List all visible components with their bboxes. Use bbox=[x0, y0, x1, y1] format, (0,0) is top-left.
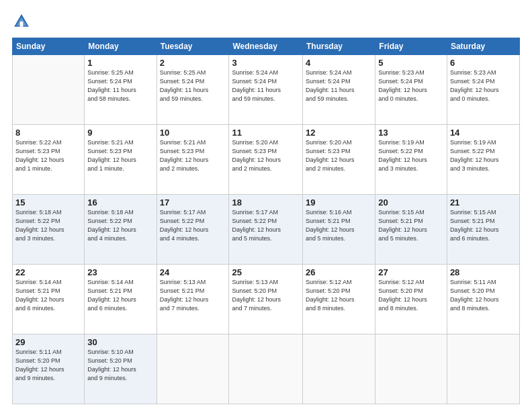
day-number: 11 bbox=[232, 128, 300, 138]
day-info: Sunrise: 5:24 AMSunset: 5:24 PMDaylight:… bbox=[232, 68, 300, 103]
day-number: 21 bbox=[450, 197, 517, 208]
day-info: Sunrise: 5:25 AMSunset: 5:24 PMDaylight:… bbox=[160, 68, 226, 103]
table-row: 1Sunrise: 5:25 AMSunset: 5:24 PMDaylight… bbox=[85, 55, 157, 125]
col-thursday: Thursday bbox=[303, 38, 375, 55]
day-info: Sunrise: 5:18 AMSunset: 5:22 PMDaylight:… bbox=[87, 208, 153, 243]
week-row-4: 22Sunrise: 5:14 AMSunset: 5:21 PMDayligh… bbox=[13, 265, 520, 334]
col-tuesday: Tuesday bbox=[157, 38, 229, 55]
table-row: 22Sunrise: 5:14 AMSunset: 5:21 PMDayligh… bbox=[13, 265, 85, 334]
table-row: 23Sunrise: 5:14 AMSunset: 5:21 PMDayligh… bbox=[85, 265, 157, 334]
day-number: 10 bbox=[160, 128, 226, 138]
table-row: 6Sunrise: 5:23 AMSunset: 5:24 PMDaylight… bbox=[447, 55, 519, 125]
table-row bbox=[375, 334, 447, 404]
day-number: 16 bbox=[87, 197, 153, 208]
col-saturday: Saturday bbox=[447, 38, 519, 55]
day-info: Sunrise: 5:11 AMSunset: 5:20 PMDaylight:… bbox=[15, 348, 81, 383]
table-row: 25Sunrise: 5:13 AMSunset: 5:20 PMDayligh… bbox=[229, 265, 303, 334]
table-row: 15Sunrise: 5:18 AMSunset: 5:22 PMDayligh… bbox=[13, 195, 85, 265]
table-row: 2Sunrise: 5:25 AMSunset: 5:24 PMDaylight… bbox=[157, 55, 229, 125]
header bbox=[12, 12, 520, 31]
day-number: 30 bbox=[87, 337, 153, 347]
calendar-table: Sunday Monday Tuesday Wednesday Thursday… bbox=[12, 38, 520, 404]
day-number: 3 bbox=[232, 58, 300, 68]
week-row-5: 29Sunrise: 5:11 AMSunset: 5:20 PMDayligh… bbox=[13, 334, 520, 404]
day-info: Sunrise: 5:24 AMSunset: 5:24 PMDaylight:… bbox=[306, 68, 372, 103]
day-number: 12 bbox=[306, 128, 372, 138]
day-info: Sunrise: 5:11 AMSunset: 5:20 PMDaylight:… bbox=[450, 278, 517, 313]
table-row: 27Sunrise: 5:12 AMSunset: 5:20 PMDayligh… bbox=[375, 265, 447, 334]
day-number: 8 bbox=[15, 128, 81, 138]
day-number: 14 bbox=[450, 128, 517, 138]
col-monday: Monday bbox=[85, 38, 157, 55]
day-number: 19 bbox=[306, 197, 372, 208]
table-row: 8Sunrise: 5:22 AMSunset: 5:23 PMDaylight… bbox=[13, 125, 85, 195]
logo bbox=[12, 12, 34, 31]
col-sunday: Sunday bbox=[13, 38, 85, 55]
day-number: 17 bbox=[160, 197, 226, 208]
day-number: 13 bbox=[378, 128, 444, 138]
day-number: 25 bbox=[232, 267, 300, 277]
day-info: Sunrise: 5:12 AMSunset: 5:20 PMDaylight:… bbox=[306, 278, 372, 313]
table-row bbox=[13, 55, 85, 125]
day-number: 4 bbox=[306, 58, 372, 68]
day-info: Sunrise: 5:25 AMSunset: 5:24 PMDaylight:… bbox=[87, 68, 153, 103]
day-info: Sunrise: 5:16 AMSunset: 5:21 PMDaylight:… bbox=[306, 208, 372, 243]
day-number: 18 bbox=[232, 197, 300, 208]
table-row: 28Sunrise: 5:11 AMSunset: 5:20 PMDayligh… bbox=[447, 265, 519, 334]
table-row: 14Sunrise: 5:19 AMSunset: 5:22 PMDayligh… bbox=[447, 125, 519, 195]
svg-rect-2 bbox=[20, 21, 24, 27]
day-number: 27 bbox=[378, 267, 444, 277]
day-info: Sunrise: 5:14 AMSunset: 5:21 PMDaylight:… bbox=[15, 278, 81, 313]
table-row: 11Sunrise: 5:20 AMSunset: 5:23 PMDayligh… bbox=[229, 125, 303, 195]
day-number: 22 bbox=[15, 267, 81, 277]
day-info: Sunrise: 5:22 AMSunset: 5:23 PMDaylight:… bbox=[15, 138, 81, 173]
table-row: 5Sunrise: 5:23 AMSunset: 5:24 PMDaylight… bbox=[375, 55, 447, 125]
table-row: 20Sunrise: 5:15 AMSunset: 5:21 PMDayligh… bbox=[375, 195, 447, 265]
table-row: 24Sunrise: 5:13 AMSunset: 5:21 PMDayligh… bbox=[157, 265, 229, 334]
day-info: Sunrise: 5:10 AMSunset: 5:20 PMDaylight:… bbox=[87, 348, 153, 383]
logo-icon bbox=[12, 12, 31, 31]
table-row: 19Sunrise: 5:16 AMSunset: 5:21 PMDayligh… bbox=[303, 195, 375, 265]
day-info: Sunrise: 5:18 AMSunset: 5:22 PMDaylight:… bbox=[15, 208, 81, 243]
day-number: 6 bbox=[450, 58, 517, 68]
table-row: 16Sunrise: 5:18 AMSunset: 5:22 PMDayligh… bbox=[85, 195, 157, 265]
table-row bbox=[447, 334, 519, 404]
day-info: Sunrise: 5:20 AMSunset: 5:23 PMDaylight:… bbox=[306, 138, 372, 173]
week-row-1: 1Sunrise: 5:25 AMSunset: 5:24 PMDaylight… bbox=[13, 55, 520, 125]
day-number: 2 bbox=[160, 58, 226, 68]
calendar-page: Sunday Monday Tuesday Wednesday Thursday… bbox=[0, 0, 532, 411]
day-info: Sunrise: 5:20 AMSunset: 5:23 PMDaylight:… bbox=[232, 138, 300, 173]
day-info: Sunrise: 5:21 AMSunset: 5:23 PMDaylight:… bbox=[87, 138, 153, 173]
day-number: 23 bbox=[87, 267, 153, 277]
day-info: Sunrise: 5:14 AMSunset: 5:21 PMDaylight:… bbox=[87, 278, 153, 313]
table-row bbox=[229, 334, 303, 404]
week-row-3: 15Sunrise: 5:18 AMSunset: 5:22 PMDayligh… bbox=[13, 195, 520, 265]
table-row: 3Sunrise: 5:24 AMSunset: 5:24 PMDaylight… bbox=[229, 55, 303, 125]
col-wednesday: Wednesday bbox=[229, 38, 303, 55]
table-row: 18Sunrise: 5:17 AMSunset: 5:22 PMDayligh… bbox=[229, 195, 303, 265]
day-number: 29 bbox=[15, 337, 81, 347]
day-info: Sunrise: 5:12 AMSunset: 5:20 PMDaylight:… bbox=[378, 278, 444, 313]
day-info: Sunrise: 5:23 AMSunset: 5:24 PMDaylight:… bbox=[450, 68, 517, 103]
day-info: Sunrise: 5:13 AMSunset: 5:20 PMDaylight:… bbox=[232, 278, 300, 313]
day-number: 24 bbox=[160, 267, 226, 277]
day-number: 9 bbox=[87, 128, 153, 138]
table-row: 4Sunrise: 5:24 AMSunset: 5:24 PMDaylight… bbox=[303, 55, 375, 125]
header-row: Sunday Monday Tuesday Wednesday Thursday… bbox=[13, 38, 520, 55]
day-info: Sunrise: 5:19 AMSunset: 5:22 PMDaylight:… bbox=[450, 138, 517, 173]
table-row: 13Sunrise: 5:19 AMSunset: 5:22 PMDayligh… bbox=[375, 125, 447, 195]
col-friday: Friday bbox=[375, 38, 447, 55]
table-row: 12Sunrise: 5:20 AMSunset: 5:23 PMDayligh… bbox=[303, 125, 375, 195]
week-row-2: 8Sunrise: 5:22 AMSunset: 5:23 PMDaylight… bbox=[13, 125, 520, 195]
day-info: Sunrise: 5:15 AMSunset: 5:21 PMDaylight:… bbox=[378, 208, 444, 243]
day-number: 1 bbox=[87, 58, 153, 68]
day-info: Sunrise: 5:17 AMSunset: 5:22 PMDaylight:… bbox=[232, 208, 300, 243]
table-row bbox=[157, 334, 229, 404]
table-row bbox=[303, 334, 375, 404]
day-info: Sunrise: 5:19 AMSunset: 5:22 PMDaylight:… bbox=[378, 138, 444, 173]
day-number: 20 bbox=[378, 197, 444, 208]
table-row: 29Sunrise: 5:11 AMSunset: 5:20 PMDayligh… bbox=[13, 334, 85, 404]
day-number: 5 bbox=[378, 58, 444, 68]
table-row: 26Sunrise: 5:12 AMSunset: 5:20 PMDayligh… bbox=[303, 265, 375, 334]
table-row: 17Sunrise: 5:17 AMSunset: 5:22 PMDayligh… bbox=[157, 195, 229, 265]
